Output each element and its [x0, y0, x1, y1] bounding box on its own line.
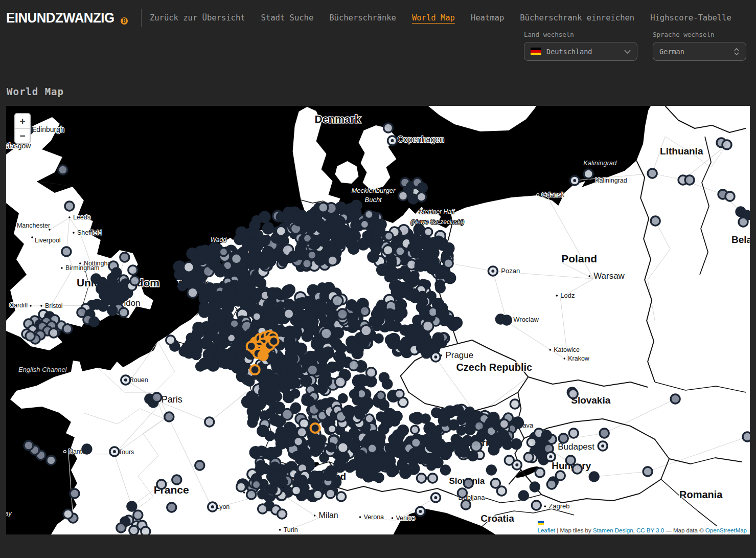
map-marker[interactable]: [725, 192, 735, 201]
map-marker[interactable]: [108, 306, 117, 315]
map-marker[interactable]: [408, 243, 417, 252]
map-marker[interactable]: [242, 239, 253, 250]
map-marker[interactable]: [436, 280, 444, 289]
nav-item-b-cherschrank-einreichen[interactable]: Bücherschrank einreichen: [520, 13, 634, 23]
map-marker[interactable]: [216, 293, 226, 303]
map-marker[interactable]: [556, 471, 565, 480]
map-marker[interactable]: [527, 438, 536, 447]
map-marker[interactable]: [167, 503, 176, 512]
map-marker[interactable]: [433, 426, 442, 434]
map-marker[interactable]: [266, 448, 276, 458]
map-marker-orange[interactable]: [250, 365, 260, 374]
map-marker-orange[interactable]: [259, 351, 268, 360]
country-select[interactable]: Deutschland: [524, 42, 637, 61]
map-marker[interactable]: [320, 454, 328, 462]
map-marker[interactable]: [314, 441, 324, 451]
map-marker[interactable]: [337, 442, 348, 453]
map-marker[interactable]: [584, 169, 593, 178]
map-marker[interactable]: [722, 140, 731, 149]
map-marker[interactable]: [347, 228, 355, 237]
map-marker[interactable]: [382, 380, 392, 389]
map-marker[interactable]: [253, 313, 261, 321]
map-marker[interactable]: [238, 367, 247, 376]
osm-link[interactable]: OpenStreetMap: [705, 527, 747, 533]
map-marker[interactable]: [63, 324, 72, 333]
map-marker[interactable]: [361, 338, 369, 346]
map-marker[interactable]: [252, 480, 260, 488]
map-marker[interactable]: [278, 478, 287, 486]
map-marker[interactable]: [199, 307, 210, 317]
map-marker[interactable]: [47, 456, 56, 465]
map-marker[interactable]: [117, 523, 126, 532]
map-marker[interactable]: [220, 326, 231, 337]
zoom-in-button[interactable]: +: [15, 114, 30, 128]
map-marker[interactable]: [266, 317, 278, 328]
map-marker[interactable]: [311, 339, 322, 349]
map-marker[interactable]: [420, 308, 429, 317]
map-marker[interactable]: [306, 296, 314, 304]
map-marker[interactable]: [502, 316, 511, 325]
map-marker[interactable]: [302, 331, 312, 341]
map-marker[interactable]: [133, 510, 143, 520]
map-marker[interactable]: [424, 436, 432, 444]
map-marker[interactable]: [196, 325, 205, 334]
map-marker[interactable]: [418, 292, 426, 300]
map-marker[interactable]: [302, 396, 311, 405]
map-marker[interactable]: [152, 393, 162, 402]
map-marker[interactable]: [336, 240, 345, 249]
map-marker[interactable]: [461, 500, 470, 509]
map-marker[interactable]: [424, 228, 432, 236]
map-marker[interactable]: [398, 191, 407, 200]
map-marker[interactable]: [512, 439, 521, 449]
map-marker[interactable]: [671, 394, 680, 404]
map-marker[interactable]: [542, 431, 551, 440]
map-marker[interactable]: [219, 248, 227, 256]
map-marker[interactable]: [258, 426, 268, 436]
map-marker[interactable]: [292, 404, 301, 412]
map-marker[interactable]: [405, 289, 415, 300]
map-marker[interactable]: [184, 262, 194, 272]
map-marker[interactable]: [297, 314, 306, 322]
map-marker[interactable]: [397, 308, 407, 318]
map-marker[interactable]: [391, 445, 399, 454]
map-marker[interactable]: [309, 239, 319, 249]
map-marker[interactable]: [289, 251, 299, 261]
map-marker[interactable]: [362, 456, 372, 466]
map-marker[interactable]: [569, 429, 578, 438]
nav-item-world-map[interactable]: World Map: [412, 13, 455, 23]
map-marker[interactable]: [203, 350, 214, 360]
map-marker[interactable]: [322, 376, 331, 386]
map-marker[interactable]: [355, 409, 365, 419]
map-marker[interactable]: [273, 403, 284, 414]
map-marker[interactable]: [234, 327, 243, 337]
map-marker[interactable]: [457, 415, 466, 424]
map-marker[interactable]: [215, 265, 225, 276]
map-marker[interactable]: [651, 216, 660, 226]
map-marker[interactable]: [685, 175, 694, 185]
leaflet-link[interactable]: Leaflet: [537, 527, 555, 533]
map-marker[interactable]: [503, 440, 512, 449]
language-select[interactable]: German: [653, 42, 746, 61]
map-marker[interactable]: [62, 247, 71, 256]
map-marker[interactable]: [278, 509, 287, 519]
map-marker[interactable]: [295, 343, 306, 354]
map-marker[interactable]: [568, 389, 578, 398]
map-marker[interactable]: [437, 307, 446, 317]
map-marker[interactable]: [433, 333, 443, 343]
map-marker[interactable]: [307, 365, 318, 375]
map-marker[interactable]: [417, 343, 426, 352]
map-marker[interactable]: [280, 380, 288, 388]
map-marker-orange[interactable]: [269, 337, 279, 346]
map-marker[interactable]: [377, 412, 385, 421]
map-marker[interactable]: [398, 397, 408, 407]
map-marker[interactable]: [63, 509, 73, 519]
map-marker[interactable]: [455, 445, 466, 456]
map-marker[interactable]: [336, 228, 345, 236]
map-marker[interactable]: [318, 203, 328, 212]
map-marker[interactable]: [477, 430, 487, 439]
map-marker[interactable]: [253, 216, 261, 225]
cc-license-link[interactable]: CC BY 3.0: [636, 527, 664, 533]
map-marker[interactable]: [411, 413, 423, 424]
map-marker[interactable]: [524, 453, 533, 462]
map-marker[interactable]: [471, 440, 482, 452]
